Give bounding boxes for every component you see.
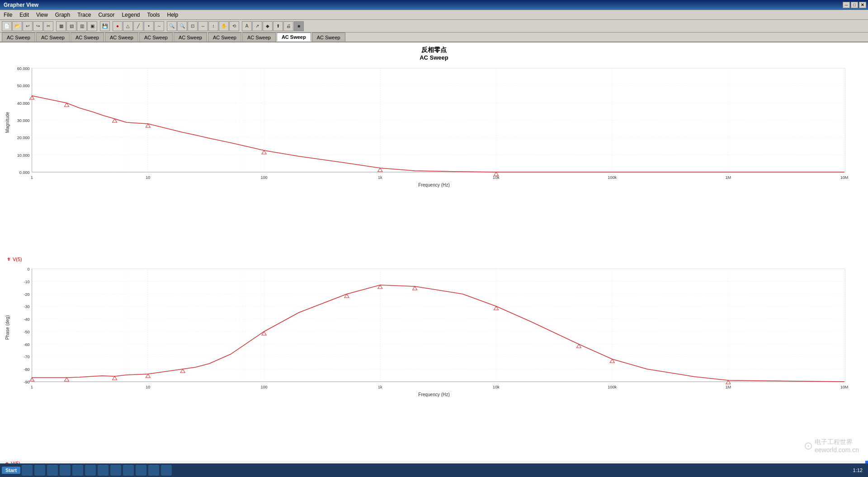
color-btn[interactable]: ●	[113, 21, 123, 31]
new-btn[interactable]: 📄	[2, 21, 12, 31]
svg-text:1M: 1M	[726, 385, 731, 389]
svg-text:-90: -90	[24, 380, 29, 384]
legend-icon-1: 🗡	[6, 257, 11, 262]
taskbar-icon-7[interactable]	[98, 465, 108, 476]
minimize-button[interactable]: ─	[843, 2, 850, 8]
chart-area: 反相零点 AC Sweep	[0, 42, 868, 461]
phase-chart-panel: 0 -10 -20 -30 -40 -50 -60 -70 -80 -90 Ph…	[5, 264, 863, 455]
taskbar-icon-12[interactable]	[161, 465, 172, 476]
close-button[interactable]: ✕	[859, 2, 866, 8]
tab-1[interactable]: AC Sweep	[36, 33, 70, 42]
line-btn[interactable]: ╱	[133, 21, 143, 31]
svg-text:60.000: 60.000	[17, 66, 30, 71]
menu-edit[interactable]: Edit	[16, 11, 33, 19]
zoom-fit-btn[interactable]: ⊡	[188, 21, 198, 31]
dot-btn[interactable]: •	[144, 21, 154, 31]
menu-tools[interactable]: Tools	[143, 11, 163, 19]
view-btn4[interactable]: ▣	[87, 21, 97, 31]
taskbar: Start 1:12	[0, 463, 868, 477]
taskbar-left: Start	[2, 464, 172, 476]
arrow-btn[interactable]: ↗	[252, 21, 262, 31]
taskbar-icon-11[interactable]	[148, 465, 159, 476]
taskbar-icon-4[interactable]	[60, 465, 71, 476]
taskbar-icon-5[interactable]	[72, 465, 83, 476]
wave-btn[interactable]: ～	[154, 21, 164, 31]
svg-text:1: 1	[31, 385, 33, 389]
svg-text:10k: 10k	[493, 175, 500, 180]
tab-7[interactable]: AC Sweep	[242, 33, 276, 42]
menu-bar: File Edit View Graph Trace Cursor Legend…	[0, 10, 868, 20]
taskbar-icon-2[interactable]	[34, 465, 45, 476]
tab-4[interactable]: AC Sweep	[139, 33, 173, 42]
window-title: Grapher View	[2, 2, 38, 8]
view-btn1[interactable]: ▦	[56, 21, 66, 31]
chart-title-chinese: 反相零点	[0, 46, 868, 54]
magnitude-chart-svg: 0.000 10.000 20.000 30.000 40.000 50.000…	[5, 64, 863, 190]
stop-btn[interactable]: ■	[294, 21, 304, 31]
svg-text:-20: -20	[24, 292, 29, 297]
magnitude-legend: 🗡 V(5)	[5, 256, 863, 262]
svg-text:10: 10	[146, 385, 150, 389]
zoom-x-btn[interactable]: ↔	[198, 21, 208, 31]
main-content: 反相零点 AC Sweep	[0, 42, 868, 467]
menu-view[interactable]: View	[33, 11, 52, 19]
charts-wrapper: 0.000 10.000 20.000 30.000 40.000 50.000…	[0, 62, 868, 461]
pan-btn[interactable]: ✋	[219, 21, 229, 31]
svg-text:-80: -80	[24, 367, 29, 372]
zoom-y-btn[interactable]: ↕	[208, 21, 218, 31]
export-btn[interactable]: ⬆	[273, 21, 283, 31]
print-btn[interactable]: 🖨	[283, 21, 293, 31]
tab-8[interactable]: AC Sweep	[277, 33, 311, 42]
tab-2[interactable]: AC Sweep	[71, 33, 104, 42]
start-button[interactable]: Start	[2, 467, 20, 474]
zoom-out-btn[interactable]: 🔍	[177, 21, 187, 31]
undo-btn[interactable]: ↩	[23, 21, 33, 31]
tab-9[interactable]: AC Sweep	[312, 33, 345, 42]
svg-text:Phase (deg): Phase (deg)	[5, 315, 10, 339]
taskbar-time: 1:12	[853, 468, 863, 473]
watermark: ⊙ 电子工程世界eeworld.com.cn	[804, 438, 859, 454]
tabs-bar: AC Sweep AC Sweep AC Sweep AC Sweep AC S…	[0, 33, 868, 42]
shape-btn[interactable]: △	[123, 21, 133, 31]
cut-btn[interactable]: ✂	[43, 21, 53, 31]
open-btn[interactable]: 📂	[12, 21, 22, 31]
view-btn2[interactable]: ▤	[66, 21, 76, 31]
svg-text:-60: -60	[24, 342, 29, 347]
taskbar-icon-8[interactable]	[110, 465, 121, 476]
taskbar-icon-1[interactable]	[22, 465, 33, 476]
tab-3[interactable]: AC Sweep	[105, 33, 138, 42]
svg-text:1: 1	[31, 175, 33, 180]
view-btn3[interactable]: ▥	[77, 21, 87, 31]
tab-0[interactable]: AC Sweep	[2, 33, 35, 42]
svg-text:100: 100	[260, 175, 267, 180]
menu-legend[interactable]: Legend	[118, 11, 143, 19]
menu-file[interactable]: File	[0, 11, 16, 19]
tab-6[interactable]: AC Sweep	[208, 33, 241, 42]
menu-trace[interactable]: Trace	[74, 11, 94, 19]
maximize-button[interactable]: □	[851, 2, 858, 8]
svg-text:Frequency (Hz): Frequency (Hz)	[418, 182, 450, 187]
zoom-in-btn[interactable]: 🔍	[167, 21, 177, 31]
svg-text:1k: 1k	[378, 175, 382, 180]
taskbar-icon-9[interactable]	[123, 465, 134, 476]
marker-btn[interactable]: ◆	[263, 21, 273, 31]
svg-text:0.000: 0.000	[19, 170, 30, 175]
redo-btn[interactable]: ↪	[33, 21, 43, 31]
tab-5[interactable]: AC Sweep	[174, 33, 207, 42]
taskbar-icon-3[interactable]	[47, 465, 58, 476]
watermark-text: 电子工程世界eeworld.com.cn	[815, 438, 859, 454]
svg-text:-10: -10	[24, 280, 29, 284]
scroll-btn[interactable]: ⟲	[229, 21, 239, 31]
svg-text:-50: -50	[24, 330, 29, 334]
watermark-icon: ⊙	[804, 440, 813, 452]
taskbar-icon-6[interactable]	[85, 465, 96, 476]
save-btn[interactable]: 💾	[100, 21, 110, 31]
menu-cursor[interactable]: Cursor	[94, 11, 118, 19]
menu-graph[interactable]: Graph	[52, 11, 74, 19]
taskbar-icon-10[interactable]	[136, 465, 146, 476]
menu-help[interactable]: Help	[164, 11, 182, 19]
svg-rect-60	[32, 269, 845, 382]
magnitude-legend-label: V(5)	[13, 257, 22, 262]
text-btn[interactable]: A	[242, 21, 252, 31]
svg-text:10k: 10k	[493, 385, 500, 389]
